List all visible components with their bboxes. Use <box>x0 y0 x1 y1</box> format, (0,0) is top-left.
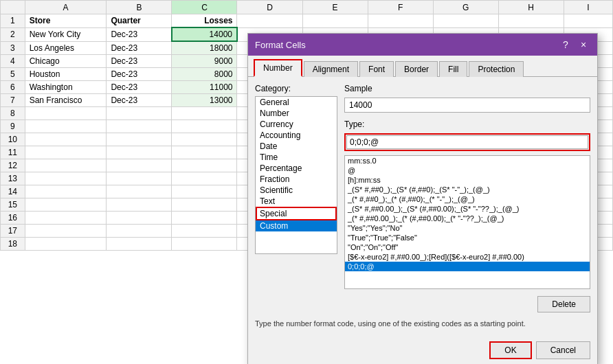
format-list-item[interactable]: 0;0;0;@ <box>345 262 590 271</box>
cell-c4[interactable]: 9000 <box>172 55 237 68</box>
format-list-item[interactable]: "True";"True";"False" <box>345 233 590 242</box>
cell-a10[interactable] <box>25 133 107 146</box>
delete-button[interactable]: Delete <box>537 296 590 312</box>
tab-fill[interactable]: Fill <box>439 61 467 77</box>
cell-b18[interactable] <box>107 238 172 251</box>
close-button[interactable]: × <box>577 38 590 52</box>
format-list-item[interactable]: "On";"On";"Off" <box>345 242 590 252</box>
cell-a15[interactable] <box>25 198 107 212</box>
cell-a12[interactable] <box>25 159 107 172</box>
cell-c16[interactable] <box>172 212 237 225</box>
cell-a14[interactable] <box>25 185 107 198</box>
format-list-item[interactable]: "Yes";"Yes";"No" <box>345 223 590 233</box>
cell-b4[interactable]: Dec-23 <box>107 55 172 68</box>
cell-b6[interactable]: Dec-23 <box>107 81 172 94</box>
cell-c10[interactable] <box>172 133 237 146</box>
cell-b16[interactable] <box>107 212 172 225</box>
cell-a4[interactable]: Chicago <box>25 55 107 68</box>
tab-alignment[interactable]: Alignment <box>304 61 358 77</box>
col-header-g[interactable]: G <box>433 1 498 14</box>
col-header-e[interactable]: E <box>302 1 368 14</box>
cell-a3[interactable]: Los Angeles <box>25 41 107 55</box>
category-item-scientific[interactable]: Scientific <box>256 185 337 196</box>
cell-c5[interactable]: 8000 <box>172 68 237 81</box>
category-item-general[interactable]: General <box>256 97 337 108</box>
cell-c14[interactable] <box>172 185 237 198</box>
category-item-special[interactable]: Special <box>256 207 337 220</box>
col-header-h[interactable]: H <box>498 1 564 14</box>
format-list-item[interactable]: mm:ss.0 <box>345 156 590 166</box>
cell-c12[interactable] <box>172 159 237 172</box>
cell-c2[interactable]: 14000 <box>172 27 237 41</box>
category-item-date[interactable]: Date <box>256 141 337 152</box>
cell-b3[interactable]: Dec-23 <box>107 41 172 55</box>
category-item-fraction[interactable]: Fraction <box>256 174 337 185</box>
col-header-a[interactable]: A <box>25 1 107 14</box>
cell-a2[interactable]: New York City <box>25 27 107 41</box>
cell-c8[interactable] <box>172 107 237 120</box>
cell-d1[interactable] <box>237 14 302 28</box>
col-header-b[interactable]: B <box>107 1 172 14</box>
cell-a18[interactable] <box>25 238 107 251</box>
cell-a5[interactable]: Houston <box>25 68 107 81</box>
cell-b2[interactable]: Dec-23 <box>107 27 172 41</box>
ok-button[interactable]: OK <box>489 341 531 359</box>
cell-b12[interactable] <box>107 159 172 172</box>
col-header-i[interactable]: I <box>564 1 612 14</box>
category-item-accounting[interactable]: Accounting <box>256 130 337 141</box>
help-button[interactable]: ? <box>559 38 572 52</box>
format-list-item[interactable]: _(S* #,##0_);_(S* (#,##0);_(S* "-"_);_(@… <box>345 185 590 194</box>
cell-c13[interactable] <box>172 172 237 185</box>
format-list-item[interactable]: _(S* #,##0.00_);_(S* (#,##0.00);_(S* "-"… <box>345 204 590 214</box>
cell-c3[interactable]: 18000 <box>172 41 237 55</box>
cell-i1[interactable] <box>564 14 612 28</box>
cell-e1[interactable] <box>302 14 368 28</box>
format-list-item[interactable]: _(* #,##0_);_(* (#,##0);_(* "-"_);_(@_) <box>345 194 590 204</box>
cell-c17[interactable] <box>172 225 237 238</box>
format-list-item[interactable]: [$€-x-euro2] #,##0.00_);[Red]([$€-x-euro… <box>345 252 590 262</box>
tab-protection[interactable]: Protection <box>469 61 524 77</box>
cell-g1[interactable] <box>433 14 498 28</box>
cell-c18[interactable] <box>172 238 237 251</box>
cell-b15[interactable] <box>107 198 172 212</box>
cell-c6[interactable]: 11000 <box>172 81 237 94</box>
category-list[interactable]: GeneralNumberCurrencyAccountingDateTimeP… <box>255 96 337 254</box>
category-item-time[interactable]: Time <box>256 152 337 163</box>
cell-c1[interactable]: Losses <box>172 14 237 28</box>
category-item-text[interactable]: Text <box>256 196 337 207</box>
cell-c15[interactable] <box>172 198 237 212</box>
cell-b17[interactable] <box>107 225 172 238</box>
format-list[interactable]: mm:ss.0@[h]:mm:ss_(S* #,##0_);_(S* (#,##… <box>344 155 590 289</box>
cell-c9[interactable] <box>172 120 237 133</box>
cell-h1[interactable] <box>498 14 564 28</box>
cell-a16[interactable] <box>25 212 107 225</box>
cell-b14[interactable] <box>107 185 172 198</box>
category-item-percentage[interactable]: Percentage <box>256 163 337 174</box>
cell-b8[interactable] <box>107 107 172 120</box>
cell-b11[interactable] <box>107 146 172 159</box>
cell-a7[interactable]: San Francisco <box>25 94 107 107</box>
col-header-f[interactable]: F <box>368 1 433 14</box>
format-list-item[interactable]: _(* #,##0.00_);_(* (#,##0.00);_(* "-"??_… <box>345 214 590 223</box>
format-list-item[interactable]: [h]:mm:ss <box>345 175 590 185</box>
tab-border[interactable]: Border <box>395 61 438 77</box>
cell-b9[interactable] <box>107 120 172 133</box>
cell-b5[interactable]: Dec-23 <box>107 68 172 81</box>
cell-a11[interactable] <box>25 146 107 159</box>
category-item-currency[interactable]: Currency <box>256 119 337 130</box>
category-item-number[interactable]: Number <box>256 108 337 119</box>
cell-b13[interactable] <box>107 172 172 185</box>
cell-c11[interactable] <box>172 146 237 159</box>
cell-a13[interactable] <box>25 172 107 185</box>
cancel-button[interactable]: Cancel <box>536 341 590 359</box>
cell-a6[interactable]: Washington <box>25 81 107 94</box>
format-list-item[interactable]: @ <box>345 166 590 175</box>
cell-c7[interactable]: 13000 <box>172 94 237 107</box>
cell-f1[interactable] <box>368 14 433 28</box>
cell-b1[interactable]: Quarter <box>107 14 172 28</box>
cell-b10[interactable] <box>107 133 172 146</box>
category-item-custom[interactable]: Custom <box>256 220 337 231</box>
col-header-c[interactable]: C <box>172 1 237 14</box>
tab-font[interactable]: Font <box>359 61 394 77</box>
cell-a8[interactable] <box>25 107 107 120</box>
